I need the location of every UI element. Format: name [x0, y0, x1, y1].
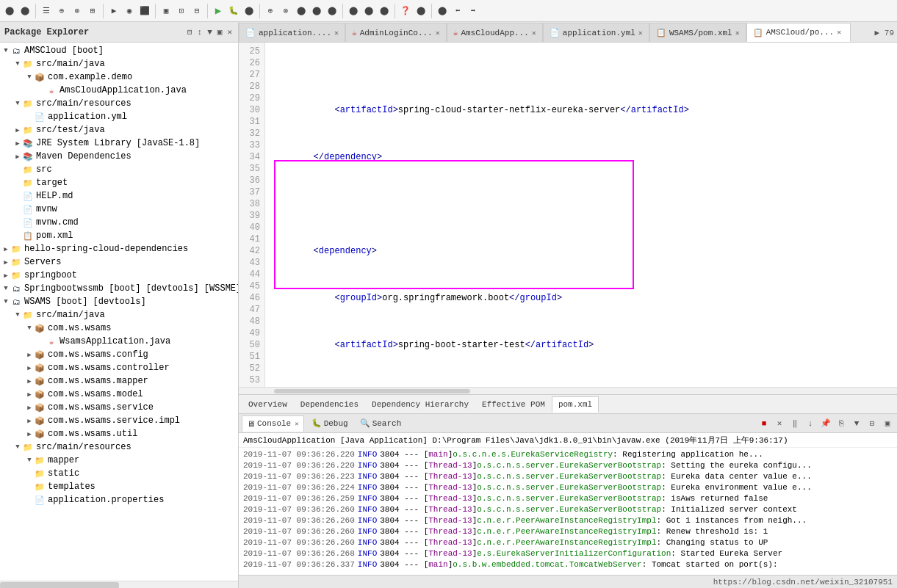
tree-item-target[interactable]: 📁 target [0, 176, 238, 189]
tree-toggle[interactable]: ▶ [13, 126, 22, 134]
toolbar-icon-10[interactable]: ▣ [159, 4, 173, 18]
tree-toggle[interactable]: ▶ [1, 258, 10, 266]
tree-toggle[interactable]: ▶ [25, 364, 34, 372]
toolbar-icon-26[interactable]: ➡ [466, 4, 480, 18]
tree-item-wsamsapp[interactable]: ☕ WsamsApplication.java [0, 335, 238, 348]
toolbar-icon-15[interactable]: ⊗ [279, 4, 292, 18]
toolbar-icon-23[interactable]: ⬤ [414, 4, 428, 18]
toolbar-icon-18[interactable]: ⬤ [325, 4, 339, 18]
tree-toggle[interactable]: ▼ [25, 457, 34, 464]
tree-toggle[interactable]: ▼ [13, 100, 22, 107]
toolbar-icon-16[interactable]: ⬤ [295, 4, 308, 18]
tree-item-srcmainjava[interactable]: ▼ 📁 src/main/java [0, 57, 238, 70]
pom-tab-overview[interactable]: Overview [242, 396, 294, 413]
tree-item-model[interactable]: ▶ 📦 com.ws.wsams.model [0, 388, 238, 401]
tree-toggle[interactable]: ▼ [25, 324, 34, 332]
tree-toggle[interactable]: ▼ [13, 443, 22, 451]
console-close-icon[interactable]: ✕ [295, 420, 298, 428]
tree-item-jre[interactable]: ▶ 📚 JRE System Library [JavaSE-1.8] [0, 137, 238, 150]
toolbar-icon-8[interactable]: ◉ [123, 4, 136, 18]
tree-toggle[interactable]: ▶ [25, 430, 34, 438]
console-tab-console[interactable]: 🖥 Console ✕ [242, 415, 304, 432]
tree-item-wsams-resources[interactable]: ▼ 📁 src/main/resources [0, 440, 238, 454]
tree-item-servers[interactable]: ▶ 📁 Servers [0, 255, 238, 269]
toolbar-icon-2[interactable]: ⬤ [18, 4, 32, 18]
toolbar-icon-6[interactable]: ⊞ [86, 4, 99, 18]
toolbar-icon-9[interactable]: ⬛ [138, 4, 151, 18]
pom-tab-dependencies[interactable]: Dependencies [294, 396, 365, 413]
tree-toggle[interactable]: ▼ [1, 47, 10, 54]
tree-toggle[interactable]: ▶ [25, 377, 34, 385]
tree-toggle[interactable]: ▶ [13, 139, 22, 148]
tree-item-util[interactable]: ▶ 📦 com.ws.wsams.util [0, 427, 238, 440]
toolbar-icon-17[interactable]: ⬤ [310, 4, 323, 18]
toolbar-icon-12[interactable]: ⊟ [190, 4, 203, 18]
tree-item-templates[interactable]: 📁 templates [0, 480, 238, 493]
tab-close-icon[interactable]: ✕ [532, 29, 536, 37]
tab-wsamspom[interactable]: 📋 WSAMS/pom.xml ✕ [649, 23, 746, 42]
toolbar-icon-13[interactable]: ⬤ [242, 4, 256, 18]
tree-item-srcmainresources[interactable]: ▼ 📁 src/main/resources [0, 97, 238, 110]
console-scroll-button[interactable]: ↓ [804, 417, 817, 430]
console-max-button[interactable]: ▣ [881, 417, 894, 430]
tab-application[interactable]: 📄 application.... ✕ [239, 23, 345, 42]
tree-item-mvnw[interactable]: 📄 mvnw [0, 203, 238, 216]
tree-toggle[interactable]: ▶ [25, 351, 34, 359]
toolbar-icon-24[interactable]: ⬤ [436, 4, 449, 18]
console-stop-button[interactable]: ■ [757, 417, 771, 430]
tab-close-icon[interactable]: ✕ [436, 29, 440, 37]
toolbar-icon-5[interactable]: ⊗ [71, 4, 84, 18]
tree-item-amscloud[interactable]: ▼ 🗂 AMSCloud [boot] [0, 44, 238, 57]
tab-close-icon[interactable]: ✕ [638, 29, 643, 37]
pom-tab-pomxml[interactable]: pom.xml [552, 396, 599, 413]
tree-toggle[interactable]: ▶ [13, 153, 22, 161]
tree-item-mapper[interactable]: ▶ 📦 com.ws.wsams.mapper [0, 374, 238, 388]
console-tab-debug[interactable]: 🐛 Debug [307, 415, 353, 432]
tab-close-icon[interactable]: ✕ [334, 29, 339, 37]
toolbar-icon-20[interactable]: ⬤ [362, 4, 375, 18]
tree-item-wsams-srcmainjava[interactable]: ▼ 📁 src/main/java [0, 308, 238, 322]
tree-toggle[interactable]: ▶ [25, 404, 34, 412]
tree-toggle[interactable]: ▶ [1, 245, 10, 253]
explorer-collapse-icon[interactable]: ↕ [196, 27, 204, 37]
toolbar-icon-22[interactable]: ❓ [399, 4, 412, 18]
toolbar-icon-21[interactable]: ⬤ [378, 4, 391, 18]
tree-item-comwswsams[interactable]: ▼ 📦 com.ws.wsams [0, 322, 238, 335]
toolbar-icon-3[interactable]: ☰ [40, 4, 53, 18]
console-copy-button[interactable]: ⎘ [835, 417, 848, 430]
tab-amscloudpom[interactable]: 📋 AMSCloud/po... ✕ [746, 23, 851, 42]
toolbar-icon-1[interactable]: ⬤ [3, 4, 16, 18]
tab-close-icon[interactable]: ✕ [837, 28, 841, 37]
toolbar-icon-run[interactable]: ▶ [212, 4, 225, 18]
tree-toggle[interactable]: ▼ [25, 73, 34, 81]
tree-item-mapper-folder[interactable]: ▼ 📁 mapper [0, 454, 238, 467]
toolbar-icon-25[interactable]: ⬅ [451, 4, 464, 18]
tree-item-comexampledemo[interactable]: ▼ 📦 com.example.demo [0, 70, 238, 84]
tree-item-hello[interactable]: ▶ 📁 hello-spring-cloud-dependencies [0, 242, 238, 255]
tree-item-mvnwcmd[interactable]: 📄 mvnw.cmd [0, 216, 238, 229]
console-menu-button[interactable]: ▼ [850, 417, 863, 430]
toolbar-icon-11[interactable]: ⊡ [175, 4, 188, 18]
code-editor[interactable]: <artifactId>spring-cloud-starter-netflix… [265, 43, 897, 387]
tree-item-applicationyml[interactable]: 📄 application.yml [0, 110, 238, 123]
console-min-button[interactable]: ⊟ [865, 417, 879, 430]
explorer-close-icon[interactable]: ✕ [226, 26, 234, 37]
console-clear-button[interactable]: ✕ [773, 417, 786, 430]
tree-toggle[interactable]: ▶ [1, 272, 10, 280]
tree-item-srctestjava[interactable]: ▶ 📁 src/test/java [0, 123, 238, 137]
tree-horizontal-scrollbar[interactable] [0, 581, 238, 588]
tab-adminlogin[interactable]: ☕ AdminLoginCo... ✕ [345, 23, 447, 42]
explorer-max-icon[interactable]: ▣ [216, 26, 224, 37]
console-tab-search[interactable]: 🔍 Search [356, 415, 406, 432]
tab-applicationyml[interactable]: 📄 application.yml ✕ [543, 23, 649, 42]
tree-item-serviceimpl[interactable]: ▶ 📦 com.ws.wsams.service.impl [0, 414, 238, 427]
tree-toggle[interactable]: ▼ [13, 311, 22, 319]
tree-toggle[interactable]: ▶ [25, 391, 34, 399]
toolbar-icon-14[interactable]: ⊕ [264, 4, 277, 18]
tree-toggle[interactable]: ▼ [1, 298, 10, 305]
tree-item-static[interactable]: 📁 static [0, 467, 238, 480]
toolbar-icon-debug[interactable]: 🐛 [227, 4, 240, 18]
tree-item-amscloudjava[interactable]: ☕ AmsCloudApplication.java [0, 84, 238, 97]
explorer-minimize-icon[interactable]: ⊟ [186, 26, 194, 37]
toolbar-icon-19[interactable]: ⬤ [347, 4, 360, 18]
